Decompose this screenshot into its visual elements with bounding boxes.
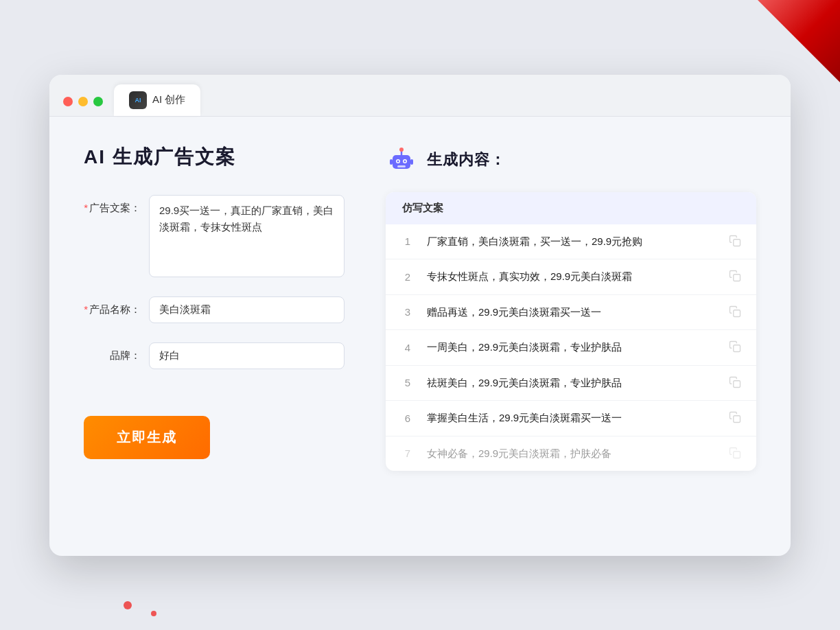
product-label: *产品名称： bbox=[84, 296, 149, 316]
table-row: 4一周美白，29.9元美白淡斑霜，专业护肤品 bbox=[386, 330, 756, 366]
results-container: 1厂家直销，美白淡斑霜，买一送一，29.9元抢购 2专抹女性斑点，真实功效，29… bbox=[386, 224, 756, 471]
copy-icon[interactable] bbox=[729, 411, 743, 425]
table-row: 5祛斑美白，29.9元美白淡斑霜，专业护肤品 bbox=[386, 366, 756, 401]
table-row: 6掌握美白生活，29.9元美白淡斑霜买一送一 bbox=[386, 401, 756, 436]
decorative-dot-1 bbox=[124, 601, 132, 609]
right-panel: 生成内容： 仿写文案 1厂家直销，美白淡斑霜，买一送一，29.9元抢购 2专抹女… bbox=[386, 144, 756, 528]
svg-rect-12 bbox=[734, 310, 740, 317]
svg-rect-14 bbox=[734, 381, 740, 388]
ad-copy-label: *广告文案： bbox=[84, 195, 149, 215]
table-row: 1厂家直销，美白淡斑霜，买一送一，29.9元抢购 bbox=[386, 224, 756, 260]
svg-rect-9 bbox=[410, 159, 413, 165]
main-content: AI 生成广告文案 *广告文案： 29.9买一送一，真正的厂家直销，美白淡斑霜，… bbox=[49, 117, 791, 556]
result-table: 仿写文案 1厂家直销，美白淡斑霜，买一送一，29.9元抢购 2专抹女性斑点，真实… bbox=[386, 192, 756, 471]
ai-tab-icon bbox=[129, 91, 147, 109]
brand-row: 品牌： 好白 bbox=[84, 342, 345, 369]
right-header: 生成内容： bbox=[386, 144, 756, 176]
required-star-2: * bbox=[84, 303, 88, 315]
left-panel: AI 生成广告文案 *广告文案： 29.9买一送一，真正的厂家直销，美白淡斑霜，… bbox=[84, 144, 345, 528]
svg-rect-16 bbox=[734, 452, 740, 458]
row-text: 一周美白，29.9元美白淡斑霜，专业护肤品 bbox=[427, 340, 718, 355]
row-number: 2 bbox=[399, 271, 416, 283]
robot-icon bbox=[386, 144, 417, 176]
svg-rect-13 bbox=[734, 345, 740, 352]
minimize-button[interactable] bbox=[78, 97, 88, 106]
table-row: 7女神必备，29.9元美白淡斑霜，护肤必备 bbox=[386, 436, 756, 471]
row-number: 3 bbox=[399, 306, 416, 318]
ad-copy-row: *广告文案： 29.9买一送一，真正的厂家直销，美白淡斑霜，专抹女性斑点 bbox=[84, 195, 345, 277]
svg-point-6 bbox=[399, 148, 404, 152]
ai-tab[interactable]: AI 创作 bbox=[114, 84, 200, 116]
svg-point-4 bbox=[404, 160, 406, 162]
window-controls bbox=[63, 97, 103, 116]
row-number: 5 bbox=[399, 377, 416, 388]
tab-label: AI 创作 bbox=[152, 93, 185, 106]
row-number: 4 bbox=[399, 342, 416, 353]
row-text: 祛斑美白，29.9元美白淡斑霜，专业护肤品 bbox=[427, 375, 718, 391]
copy-icon[interactable] bbox=[729, 270, 743, 283]
brand-input[interactable]: 好白 bbox=[149, 342, 345, 369]
close-button[interactable] bbox=[63, 97, 73, 106]
row-text: 掌握美白生活，29.9元美白淡斑霜买一送一 bbox=[427, 410, 718, 426]
table-header: 仿写文案 bbox=[386, 192, 756, 224]
svg-rect-11 bbox=[734, 275, 740, 281]
generate-button[interactable]: 立即生成 bbox=[84, 416, 210, 459]
svg-rect-7 bbox=[397, 165, 406, 167]
svg-rect-10 bbox=[734, 240, 740, 246]
row-text: 女神必备，29.9元美白淡斑霜，护肤必备 bbox=[427, 446, 718, 462]
title-bar: AI 创作 bbox=[49, 75, 791, 117]
svg-rect-8 bbox=[390, 159, 393, 165]
row-number: 1 bbox=[399, 235, 416, 247]
copy-icon[interactable] bbox=[729, 447, 743, 460]
copy-icon[interactable] bbox=[729, 235, 743, 248]
ad-copy-input[interactable]: 29.9买一送一，真正的厂家直销，美白淡斑霜，专抹女性斑点 bbox=[149, 195, 345, 277]
table-row: 2专抹女性斑点，真实功效，29.9元美白淡斑霜 bbox=[386, 259, 756, 295]
row-text: 赠品再送，29.9元美白淡斑霜买一送一 bbox=[427, 305, 718, 320]
row-number: 6 bbox=[399, 412, 416, 424]
required-star-1: * bbox=[84, 202, 88, 213]
browser-window: AI 创作 AI 生成广告文案 *广告文案： 29.9买一送一，真正的厂家直销，… bbox=[49, 75, 791, 556]
row-number: 7 bbox=[399, 447, 416, 459]
svg-rect-15 bbox=[734, 416, 740, 423]
row-text: 厂家直销，美白淡斑霜，买一送一，29.9元抢购 bbox=[427, 234, 718, 250]
copy-icon[interactable] bbox=[729, 376, 743, 390]
decorative-corner bbox=[758, 0, 840, 82]
right-panel-title: 生成内容： bbox=[427, 150, 506, 170]
copy-icon[interactable] bbox=[729, 340, 743, 354]
decorative-dot-2 bbox=[151, 611, 156, 616]
copy-icon[interactable] bbox=[729, 305, 743, 319]
table-row: 3赠品再送，29.9元美白淡斑霜买一送一 bbox=[386, 295, 756, 331]
page-title: AI 生成广告文案 bbox=[84, 144, 345, 170]
product-input[interactable]: 美白淡斑霜 bbox=[149, 296, 345, 323]
product-name-row: *产品名称： 美白淡斑霜 bbox=[84, 296, 345, 323]
maximize-button[interactable] bbox=[93, 97, 103, 106]
row-text: 专抹女性斑点，真实功效，29.9元美白淡斑霜 bbox=[427, 269, 718, 285]
svg-point-3 bbox=[397, 160, 399, 162]
brand-label: 品牌： bbox=[84, 342, 149, 362]
